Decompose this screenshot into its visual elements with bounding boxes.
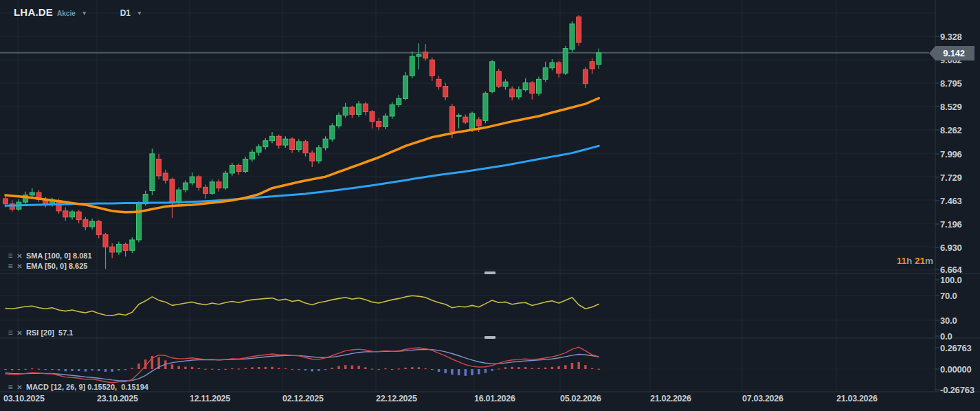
rsi-remove-icon[interactable]: ✕	[15, 329, 24, 337]
date-axis-label: 21.03.2026	[836, 394, 878, 403]
price-axis-label: 9.328	[940, 32, 962, 42]
price-axis-label: 7.729	[940, 173, 962, 183]
macd-label: MACD [12, 26, 9] 0.15520, 0.15194	[26, 383, 148, 391]
symbol-bar: LHA.DE Akcie ▼ D1 ▼	[14, 6, 142, 18]
sma-remove-icon[interactable]: ✕	[15, 252, 24, 260]
price-axis-label: 6.664	[940, 265, 962, 275]
date-axis-label: 02.12.2025	[282, 394, 324, 403]
price-axis-label: 8.795	[940, 78, 962, 89]
macd-remove-icon[interactable]: ✕	[15, 384, 24, 391]
symbol-dropdown-caret-icon[interactable]: ▼	[82, 10, 87, 16]
ema-settings-icon[interactable]: ≡	[5, 263, 15, 270]
date-axis-label: 21.02.2026	[650, 394, 691, 403]
sma-settings-icon[interactable]: ≡	[5, 252, 15, 260]
legend-row-macd: ≡ ✕ MACD [12, 26, 9] 0.15520, 0.15194	[5, 383, 148, 391]
panel-resize-handle-macd[interactable]	[485, 336, 495, 339]
price-axis-label: 8.262	[940, 125, 962, 135]
last-price-value: 9.142	[943, 48, 965, 58]
rsi-label: RSI [20] 57.1	[26, 329, 73, 337]
price-axis-label: 7.196	[940, 219, 962, 230]
ema-remove-icon[interactable]: ✕	[15, 263, 24, 270]
sma-label: SMA [100, 0] 8.081	[26, 252, 92, 260]
date-axis-label: 22.12.2025	[376, 394, 417, 403]
rsi-settings-icon[interactable]: ≡	[5, 329, 15, 337]
timeframe-dropdown-caret-icon[interactable]: ▼	[137, 10, 142, 16]
price-axis-label: 7.996	[940, 149, 962, 159]
date-axis-label: 03.10.2025	[3, 394, 45, 403]
countdown-minutes-unit: m	[925, 256, 933, 266]
legend-row-rsi: ≡ ✕ RSI [20] 57.1	[5, 329, 73, 337]
session-countdown: 11h 21m	[880, 256, 933, 266]
rsi-axis-label: 0.0	[940, 331, 952, 342]
countdown-hours: 11	[897, 256, 906, 266]
rsi-axis-label: 70.0	[940, 291, 957, 301]
date-axis-label: 16.01.2026	[474, 394, 515, 403]
price-axis-label: 8.529	[940, 102, 962, 112]
candlestick-chart-canvas[interactable]	[0, 0, 980, 411]
ema-label: EMA [50, 0] 8.625	[26, 262, 87, 270]
macd-axis-label: -0.26763	[940, 385, 975, 395]
rsi-axis-label: 100.0	[940, 275, 962, 285]
instrument-type-label: Akcie	[57, 10, 76, 17]
timeframe-selector[interactable]: D1	[120, 8, 131, 18]
legend-row-sma: ≡ ✕ SMA [100, 0] 8.081	[5, 252, 92, 260]
countdown-hours-unit: h	[906, 256, 915, 266]
date-axis-label: 23.10.2025	[97, 394, 138, 403]
macd-axis-label: 0.26763	[940, 343, 972, 353]
panel-resize-handle-rsi[interactable]	[485, 271, 495, 274]
symbol-ticker[interactable]: LHA.DE	[14, 6, 53, 18]
countdown-minutes: 21	[915, 256, 925, 266]
macd-axis-label: 0.00000	[940, 364, 972, 375]
date-axis-label: 12.11.2025	[190, 394, 230, 403]
price-axis-label: 7.463	[940, 196, 962, 206]
price-axis-label: 6.930	[940, 243, 962, 253]
legend-row-ema: ≡ ✕ EMA [50, 0] 8.625	[5, 262, 87, 270]
last-price-tag: 9.142	[929, 46, 975, 60]
date-axis-label: 07.03.2026	[742, 394, 783, 403]
rsi-axis-label: 30.0	[940, 315, 957, 326]
macd-settings-icon[interactable]: ≡	[5, 384, 15, 391]
trading-chart-window: LHA.DE Akcie ▼ D1 ▼ ≡ ✕ SMA [100, 0] 8.0…	[0, 0, 980, 411]
date-axis-label: 05.02.2026	[560, 394, 601, 403]
